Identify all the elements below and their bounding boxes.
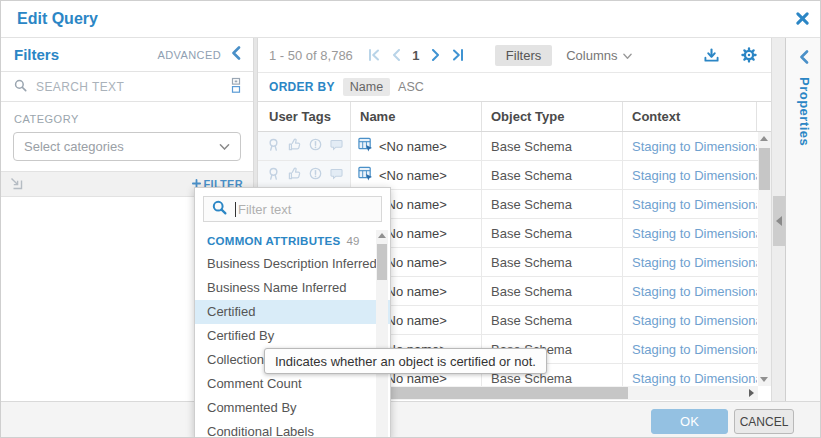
filters-toggle-button[interactable]: Filters [495,45,552,66]
context-link[interactable]: Staging to Dimensional > Jo [623,364,757,386]
search-icon [212,200,227,218]
chevron-down-icon [623,48,632,63]
certified-badge-icon [267,138,280,155]
category-select[interactable]: Select categories [13,132,241,161]
properties-splitter[interactable] [771,38,785,401]
attribute-filter-placeholder: Filter text [238,202,291,217]
thumbs-up-icon [288,167,301,183]
splitter-arrow-icon [776,216,782,226]
pagination-range: 1 - 50 of 8,786 [269,48,353,63]
cancel-button[interactable]: CANCEL [734,409,794,434]
attribute-item[interactable]: Certified [195,300,390,324]
search-placeholder: SEARCH TEXT [36,80,231,94]
splitter-handle[interactable] [773,196,785,246]
user-tags-cell [258,161,351,189]
user-tags-cell [258,132,351,160]
dropdown-scrollbar[interactable] [376,230,388,438]
object-type-cell: Base Schema [482,219,623,247]
dialog-title: Edit Query [17,10,98,28]
comment-icon [330,139,343,154]
properties-panel-collapsed[interactable]: Properties [785,38,821,401]
context-link[interactable]: Staging to Dimensional > Jo [623,161,757,189]
object-type-cell: Base Schema [482,306,623,334]
column-header-name[interactable]: Name [351,102,482,131]
last-page-icon[interactable] [447,45,469,65]
settings-gear-icon[interactable] [741,47,757,63]
current-page: 1 [407,48,425,63]
attribute-list: Business Description Inferred Business N… [195,252,390,438]
section-label: COMMON ATTRIBUTES [207,235,341,247]
object-name: <No name> [379,139,447,154]
download-icon[interactable] [704,48,719,63]
name-cell: <No name> [351,161,482,189]
category-select-value: Select categories [24,139,219,154]
first-page-icon[interactable] [363,45,385,65]
attribute-picker-dropdown: Filter text COMMON ATTRIBUTES 49 Busines… [194,187,391,438]
chevron-down-icon [219,139,230,154]
attribute-item[interactable]: Comment Count [195,372,390,396]
object-type-cell: Base Schema [482,248,623,276]
scroll-down-icon[interactable] [760,377,768,382]
context-link[interactable]: Staging to Dimensional > Jo [623,306,757,334]
expand-properties-icon[interactable] [799,50,809,67]
scroll-up-icon[interactable] [378,233,386,238]
object-type-cell: Base Schema [482,277,623,305]
attribute-item[interactable]: Conditional Labels [195,420,390,438]
object-type-cell: Base Schema [482,132,623,160]
vertical-scroll-thumb[interactable] [759,148,770,190]
attribute-filter-input[interactable]: Filter text [203,196,382,222]
context-link[interactable]: Staging to Dimensional > Jo [623,277,757,305]
collapse-panel-icon[interactable] [231,46,241,63]
columns-dropdown-button[interactable]: Columns [566,48,631,63]
dialog-footer: OK CANCEL [1,401,821,438]
table-vertical-scrollbar[interactable] [758,132,771,386]
results-toolbar: 1 - 50 of 8,786 1 Filters Columns [258,38,771,73]
attribute-item[interactable]: Certified By [195,324,390,348]
section-count: 49 [347,235,360,247]
comment-icon [330,168,343,183]
ok-button[interactable]: OK [651,409,728,434]
name-cell: <No name> [351,132,482,160]
attribute-item[interactable]: Commented By [195,396,390,420]
dropdown-scroll-thumb[interactable] [377,244,387,280]
table-row[interactable]: <No name> Base Schema Staging to Dimensi… [258,132,771,161]
dialog-header: Edit Query [1,1,821,38]
context-link[interactable]: Staging to Dimensional > Jo [623,335,757,363]
column-header-object-type[interactable]: Object Type [482,102,623,131]
context-link[interactable]: Staging to Dimensional > Jo [623,248,757,276]
column-header-context[interactable]: Context [623,102,757,131]
attribute-section-header: COMMON ATTRIBUTES 49 [195,222,390,247]
properties-panel-label: Properties [797,77,812,146]
filters-panel-header: Filters ADVANCED [1,38,253,72]
close-icon[interactable] [796,12,809,28]
table-header: User Tags Name Object Type Context [258,102,771,132]
table-row[interactable]: <No name> Base Schema Staging to Dimensi… [258,161,771,190]
filters-panel-title: Filters [14,46,157,63]
context-link[interactable]: Staging to Dimensional > Jo [623,219,757,247]
review-alert-icon [309,138,322,154]
attribute-item[interactable]: Business Name Inferred [195,276,390,300]
search-text-input[interactable]: SEARCH TEXT [1,72,253,102]
next-page-icon[interactable] [425,45,447,65]
table-object-icon [358,166,373,184]
attribute-item[interactable]: Business Description Inferred [195,252,390,276]
dock-corner-icon[interactable] [9,176,23,193]
scroll-up-icon[interactable] [760,136,768,141]
order-by-label: ORDER BY [269,80,335,94]
scroll-right-icon[interactable] [749,389,754,397]
order-by-bar: ORDER BY Name ASC [258,73,771,102]
category-label: CATEGORY [14,113,253,125]
prev-page-icon[interactable] [385,45,407,65]
table-object-icon [358,137,373,155]
column-header-user-tags[interactable]: User Tags [258,102,351,131]
advanced-link[interactable]: ADVANCED [157,49,221,61]
certified-tooltip: Indicates whether an object is certified… [264,348,547,374]
pagination-nav: 1 [363,45,469,65]
thumbs-up-icon [288,138,301,154]
object-type-cell: Base Schema [482,161,623,189]
context-link[interactable]: Staging to Dimensional > Jo [623,132,757,160]
context-link[interactable]: Staging to Dimensional > Jo [623,190,757,218]
order-by-field-chip[interactable]: Name [343,78,390,96]
match-options-icon[interactable] [231,77,241,97]
text-cursor [235,202,236,217]
